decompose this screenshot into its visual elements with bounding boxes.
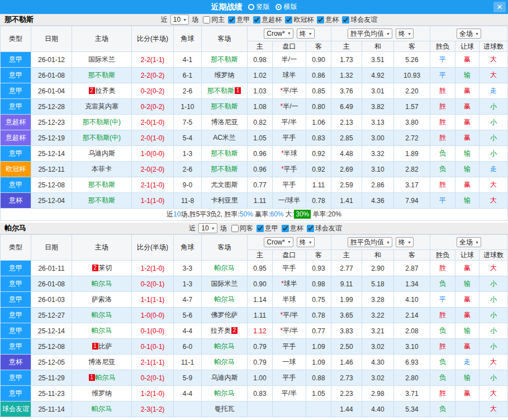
checkbox[interactable] bbox=[342, 16, 349, 23]
home-team[interactable]: 1比萨 bbox=[72, 339, 132, 355]
checkbox[interactable] bbox=[203, 16, 210, 23]
checkbox[interactable] bbox=[307, 225, 314, 232]
home-team[interactable]: 那不勒斯(中) bbox=[72, 130, 132, 146]
away-team[interactable]: 维罗纳 bbox=[202, 68, 248, 83]
match-date: 25-11-23 bbox=[31, 386, 72, 402]
home-team[interactable]: 那不勒斯 bbox=[72, 68, 132, 83]
checkbox[interactable] bbox=[317, 16, 324, 23]
layout-option-vertical[interactable]: 竖版 bbox=[248, 2, 270, 12]
away-team[interactable]: 乌迪内斯 bbox=[202, 370, 248, 386]
home-team[interactable]: 乌迪内斯 bbox=[72, 146, 132, 162]
asia-home-odds: 0.96 bbox=[248, 146, 273, 162]
home-team[interactable]: 帕尔马 bbox=[72, 323, 132, 339]
away-team[interactable]: 那不勒斯 bbox=[202, 146, 248, 162]
away-team[interactable]: 佛罗伦萨 bbox=[202, 308, 248, 323]
match-count-select[interactable]: 10▼ bbox=[198, 223, 217, 233]
result-handicap: 赢 bbox=[455, 308, 479, 323]
away-team[interactable]: 帕尔马 bbox=[202, 292, 248, 308]
result-goals: 小 bbox=[479, 323, 508, 339]
league-filter-checkbox-2[interactable]: 欧冠杯 bbox=[285, 15, 314, 25]
league-type-badge: 意甲 bbox=[1, 339, 31, 355]
result-outcome: 平 bbox=[430, 193, 455, 209]
asia-final-select[interactable]: 终▼ bbox=[297, 237, 315, 247]
asia-final-select[interactable]: 终▼ bbox=[297, 29, 315, 39]
away-team[interactable]: 帕尔马 bbox=[202, 355, 248, 370]
home-team[interactable]: 那不勒斯 bbox=[72, 193, 132, 209]
league-filter-label: 意杯 bbox=[290, 224, 303, 233]
away-team[interactable]: AC米兰 bbox=[202, 130, 248, 146]
away-team[interactable]: 那不勒斯 bbox=[202, 162, 248, 177]
bookmaker-select[interactable]: Crow*▼ bbox=[264, 29, 293, 39]
euro-away-odds: 7.94 bbox=[394, 193, 430, 209]
home-team[interactable]: 帕尔马 bbox=[72, 402, 132, 417]
home-team[interactable]: 1帕尔马 bbox=[72, 370, 132, 386]
league-filter-checkbox-3[interactable]: 意杯 bbox=[317, 15, 339, 25]
home-team[interactable]: 国际米兰 bbox=[72, 52, 132, 68]
result-outcome: 胜 bbox=[430, 308, 455, 323]
corners: 11-8 bbox=[174, 193, 202, 209]
star-icon: * bbox=[280, 102, 283, 110]
scope-select[interactable]: 全场▼ bbox=[457, 29, 481, 39]
checkbox[interactable] bbox=[257, 225, 264, 232]
euro-draw-odds: 3.01 bbox=[362, 83, 394, 99]
team-name-text: 卡利亚里 bbox=[211, 196, 238, 204]
league-filter-checkbox-1[interactable]: 意超杯 bbox=[253, 15, 282, 25]
away-team[interactable]: 曼托瓦 bbox=[202, 402, 248, 417]
euro-home-odds: 2.59 bbox=[331, 177, 362, 193]
bookmaker-select[interactable]: Crow*▼ bbox=[264, 237, 293, 247]
euro-final-select[interactable]: 终▼ bbox=[396, 29, 414, 39]
home-team[interactable]: 萨索洛 bbox=[72, 292, 132, 308]
away-team[interactable]: 帕尔马 bbox=[202, 261, 248, 276]
league-filter-checkbox-0[interactable]: 意甲 bbox=[257, 224, 278, 233]
league-filter-checkbox-0[interactable]: 意甲 bbox=[228, 15, 250, 25]
away-team[interactable]: 卡利亚里 bbox=[202, 193, 248, 209]
score: 0-2(0-2) bbox=[132, 83, 174, 99]
subcol-6: 胜负 bbox=[430, 41, 455, 52]
away-team[interactable]: 博洛尼亚 bbox=[202, 115, 248, 130]
layout-option-horizontal-label: 横版 bbox=[284, 2, 297, 12]
home-team[interactable]: 本菲卡 bbox=[72, 162, 132, 177]
checkbox[interactable] bbox=[285, 16, 292, 23]
layout-option-horizontal[interactable]: 横版 bbox=[276, 2, 297, 12]
same-venue-checkbox[interactable]: 同主 bbox=[203, 15, 225, 25]
scope-select[interactable]: 全场▼ bbox=[457, 237, 481, 247]
away-team[interactable]: 尤文图斯 bbox=[202, 177, 248, 193]
home-team[interactable]: 那不勒斯(中) bbox=[72, 115, 132, 130]
euro-final-select[interactable]: 终▼ bbox=[396, 237, 414, 247]
euro-odds-header: 胜平负均值▼终▼ bbox=[331, 26, 430, 41]
same-venue-checkbox[interactable]: 同客 bbox=[231, 224, 253, 233]
league-filter-checkbox-1[interactable]: 意杯 bbox=[282, 224, 303, 233]
close-button[interactable]: ✕ bbox=[493, 2, 506, 12]
away-team[interactable]: 国际米兰 bbox=[202, 276, 248, 292]
match-count-select[interactable]: 10▼ bbox=[170, 15, 189, 25]
away-team[interactable]: 帕尔马 bbox=[202, 339, 248, 355]
away-team[interactable]: 帕尔马 bbox=[202, 386, 248, 402]
star-icon: * bbox=[280, 311, 283, 319]
away-team[interactable]: 那不勒斯1 bbox=[202, 83, 248, 99]
home-team[interactable]: 克雷莫内塞 bbox=[72, 99, 132, 115]
home-team[interactable]: 博洛尼亚 bbox=[72, 355, 132, 370]
home-team[interactable]: 帕尔马 bbox=[72, 276, 132, 292]
euro-avg-select[interactable]: 胜平负均值▼ bbox=[348, 237, 392, 247]
league-filter-checkbox-4[interactable]: 球会友谊 bbox=[342, 15, 377, 25]
handicap: 球半 bbox=[273, 68, 306, 83]
titlebar: 近期战绩 竖版 横版 ✕ bbox=[0, 0, 508, 14]
home-team[interactable]: 2拉齐奥 bbox=[72, 83, 132, 99]
match-date: 25-12-05 bbox=[31, 355, 72, 370]
away-team[interactable]: 拉齐奥2 bbox=[202, 323, 248, 339]
away-team[interactable]: 那不勒斯 bbox=[202, 99, 248, 115]
checkbox[interactable] bbox=[282, 225, 289, 232]
league-filter-checkbox-2[interactable]: 球会友谊 bbox=[307, 224, 342, 233]
home-team[interactable]: 那不勒斯 bbox=[72, 177, 132, 193]
home-team[interactable]: 维罗纳 bbox=[72, 386, 132, 402]
home-team[interactable]: 2莱切 bbox=[72, 261, 132, 276]
away-team[interactable]: 那不勒斯 bbox=[202, 52, 248, 68]
subcol-8: 进球数 bbox=[479, 41, 508, 52]
home-team[interactable]: 帕尔马 bbox=[72, 308, 132, 323]
team-name-text: 帕尔马 bbox=[215, 264, 235, 272]
checkbox[interactable] bbox=[231, 225, 239, 232]
checkbox[interactable] bbox=[228, 16, 235, 23]
col-away: 客场 bbox=[202, 235, 248, 261]
euro-avg-select[interactable]: 胜平负均值▼ bbox=[348, 29, 392, 39]
checkbox[interactable] bbox=[253, 16, 260, 23]
